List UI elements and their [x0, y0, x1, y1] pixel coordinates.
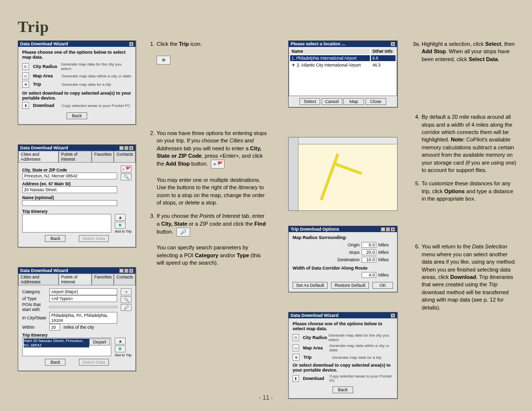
- close-icon[interactable]: ×: [129, 42, 133, 46]
- wizard-window-2: Data Download Wizard× Please choose one …: [288, 312, 398, 399]
- column-screenshots-right: Please select a location ...× NameOther …: [288, 40, 398, 399]
- itinerary-list[interactable]: [22, 214, 111, 233]
- tab-favorites[interactable]: Favorites: [92, 151, 114, 163]
- corridor-input[interactable]: 4.0: [362, 272, 376, 278]
- poi-window: Data Download Wizard_□× Cities and Addre…: [18, 267, 136, 371]
- poi-itinerary-list[interactable]: Start 20 Nassau Street, Princeton, NJ, 0…: [22, 338, 111, 356]
- map-screenshot: [288, 137, 398, 211]
- within-input[interactable]: 20: [49, 324, 60, 331]
- restore-default-button[interactable]: Restore Default: [331, 282, 369, 289]
- type-select[interactable]: <All Types>: [49, 295, 117, 302]
- map-button[interactable]: Map: [343, 98, 364, 105]
- wizard-intro: Please choose one of the options below t…: [22, 50, 132, 60]
- city-input[interactable]: Princeton, NJ, Mercer 08542: [22, 172, 117, 179]
- map-area-icon: ▭: [22, 72, 29, 79]
- cancel-button[interactable]: Cancel: [322, 98, 342, 105]
- move-up-icon[interactable]: ▲: [115, 214, 126, 221]
- category-select[interactable]: Airport (Major): [49, 288, 117, 295]
- table-row[interactable]: 1. Philadelphia International Airport6.8: [290, 55, 396, 61]
- select-data-button[interactable]: Select Data: [79, 235, 109, 242]
- trip-icon-inline: ≋: [157, 56, 170, 65]
- tab-contacts[interactable]: Contacts: [114, 151, 135, 163]
- name-input[interactable]: [22, 200, 117, 206]
- close-button[interactable]: Close: [366, 98, 386, 105]
- wizard-window-1: Data Download Wizard × Please choose one…: [18, 40, 136, 125]
- ok-button[interactable]: OK: [372, 282, 393, 289]
- back-button[interactable]: Back: [45, 235, 66, 242]
- origin-input[interactable]: 6.0: [362, 242, 376, 248]
- column-screenshots-left: Data Download Wizard × Please choose one…: [18, 40, 136, 371]
- add-stop-icon[interactable]: ＋🚩: [121, 166, 132, 172]
- back-button[interactable]: Back: [45, 359, 66, 366]
- step-6: 6. You will return to the Data Selection…: [413, 243, 519, 311]
- pois-start-input[interactable]: [49, 306, 117, 308]
- step-5: 5. To customize these distances for any …: [413, 180, 519, 203]
- column-instructions: 1. Click the Trip icon. ≋ 2. You now hav…: [148, 40, 268, 273]
- trip-options-window: Trip Download Options_□× Map Radius Surr…: [288, 226, 398, 292]
- delete-stop-icon[interactable]: ✖: [115, 222, 126, 229]
- wizard-orline: Or select download to copy selected area…: [22, 91, 132, 101]
- add-to-trip-label: Add to Trip: [115, 230, 132, 233]
- trip-icon: ≋: [22, 81, 29, 88]
- step-3: 3. If you choose the Points of Interest …: [148, 212, 268, 267]
- table-row[interactable]: ✈ 2. Atlantic City International Airport…: [290, 62, 396, 68]
- location-table: NameOther Info 1. Philadelphia Internati…: [289, 47, 397, 96]
- back-button[interactable]: Back: [66, 112, 87, 119]
- step-2: 2. You now have three options for enteri…: [148, 130, 268, 207]
- step-4: 4. By default a 20 mile radius around al…: [413, 113, 519, 174]
- destination-input[interactable]: 10.0: [362, 257, 376, 263]
- select-button[interactable]: Select: [299, 98, 320, 105]
- add-stop-icon-inline: ＋🚩: [211, 160, 225, 169]
- address-input[interactable]: 20 Nassau Street: [22, 186, 117, 193]
- step-3a: 3a. Highlight a selection, click Select,…: [413, 40, 519, 63]
- find-icon[interactable]: 🔎: [121, 304, 132, 311]
- download-icon: ⬇: [22, 102, 29, 109]
- back-button[interactable]: Back: [332, 386, 353, 393]
- cities-window: Data Download Wizard_□× Cities and Addre…: [18, 144, 136, 247]
- window-buttons[interactable]: ×: [129, 41, 133, 46]
- stops-input[interactable]: 20.0: [362, 249, 376, 255]
- step-1: 1. Click the Trip icon. ≋: [148, 40, 268, 65]
- zoom-icon[interactable]: 🔍: [121, 296, 132, 303]
- in-city-input[interactable]: Philadelphia, PA, Philadelphia, 19104: [49, 312, 117, 324]
- page-number: - 11 -: [259, 394, 273, 401]
- window-title: Data Download Wizard: [20, 41, 68, 46]
- add-poi-icon[interactable]: ＋: [121, 288, 132, 295]
- depart-button[interactable]: Depart: [89, 339, 110, 345]
- find-icon-inline: 🔎: [176, 228, 190, 237]
- page-title: Trip: [18, 18, 49, 36]
- tab-poi[interactable]: Points of Interest: [59, 151, 92, 163]
- select-data-button[interactable]: Select Data: [79, 359, 109, 366]
- tab-cities[interactable]: Cities and Addresses: [18, 151, 59, 163]
- titlebar: Data Download Wizard ×: [18, 41, 135, 47]
- set-default-button[interactable]: Set As Default: [293, 282, 328, 289]
- location-select-window: Please select a location ...× NameOther …: [288, 40, 398, 107]
- column-instructions-right: 3a. Highlight a selection, click Select,…: [413, 40, 519, 317]
- zoom-icon[interactable]: 🔍: [121, 173, 132, 180]
- city-radius-icon: ⊙: [22, 63, 29, 70]
